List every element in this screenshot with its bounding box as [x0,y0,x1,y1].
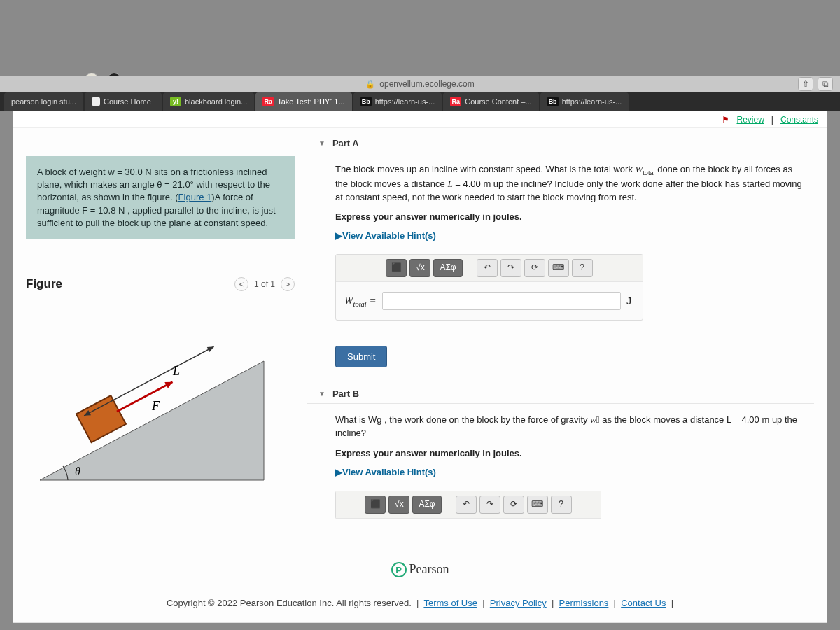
part-a-title: Part A [332,138,359,148]
tab-label: https://learn-us-... [375,97,435,106]
lock-icon: 🔒 [365,80,375,89]
part-a-question: The block moves up an incline with const… [335,163,807,204]
pager-text: 1 of 1 [254,279,275,289]
answer-row-a: Wtotal = J [336,282,643,320]
collapse-icon: ▼ [318,139,326,147]
svg-marker-0 [40,361,264,480]
assignment-top-bar: ⚑ Review | Constants [13,111,827,128]
help-button[interactable]: ? [551,496,572,514]
part-a-answer-box: ⬛ √x ΑΣφ ↶ ↷ ⟳ ⌨ ? Wtotal = J [335,254,643,321]
tab-course-content[interactable]: Ra Course Content –... [443,92,538,111]
copyright-text: Copyright © 2022 Pearson Education Inc. … [167,598,412,608]
review-link[interactable]: Review [736,115,764,125]
footer-link-permissions[interactable]: Permissions [559,598,609,608]
part-a-hints-link[interactable]: View Available Hint(s) [335,230,436,243]
part-a-body: The block moves up an incline with const… [307,153,814,335]
tab-learn-us-1[interactable]: Bb https://learn-us-... [354,92,442,111]
keyboard-button[interactable]: ⌨ [527,496,548,514]
reset-button[interactable]: ⟳ [524,259,545,277]
greek-button[interactable]: ΑΣφ [433,259,462,277]
part-b-instruction: Express your answer numerically in joule… [335,447,807,461]
reset-button[interactable]: ⟳ [503,496,524,514]
part-b-answer-box: ⬛ √x ΑΣφ ↶ ↷ ⟳ ⌨ ? [335,491,601,519]
answer-toolbar-a: ⬛ √x ΑΣφ ↶ ↷ ⟳ ⌨ ? [336,255,643,282]
svg-line-2 [117,382,172,412]
blackboard-icon: Bb [547,97,559,106]
left-column: A block of weight w = 30.0 N sits on a f… [13,128,307,583]
tab-label: blackboard login... [185,97,247,106]
share-icon[interactable]: ⇧ [798,77,813,91]
label-F: F [151,399,160,413]
yahoo-icon: y! [170,97,181,106]
next-figure-button[interactable]: > [281,277,295,291]
ra-icon: Ra [450,97,461,106]
redo-button[interactable]: ↷ [479,496,500,514]
footer: Copyright © 2022 Pearson Education Inc. … [13,582,827,622]
part-a-instruction: Express your answer numerically in joule… [335,211,807,224]
undo-button[interactable]: ↶ [477,259,498,277]
answer-toolbar-b: ⬛ √x ΑΣφ ↶ ↷ ⟳ ⌨ ? [336,491,601,519]
tab-label: https://learn-us-... [562,97,622,106]
answer-label-a: Wtotal = [344,293,377,309]
undo-button[interactable]: ↶ [456,496,477,514]
tab-course-home[interactable]: Course Home [85,92,162,111]
doc-icon [92,97,100,106]
tab-label: Course Content –... [465,97,531,106]
answer-input-a[interactable] [382,292,621,310]
greek-button[interactable]: ΑΣφ [412,496,441,514]
keyboard-button[interactable]: ⌨ [548,259,569,277]
templates-button[interactable]: ⬛ [365,496,386,514]
collapse-icon: ▼ [318,390,326,398]
prev-figure-button[interactable]: < [234,277,248,291]
ra-icon: Ra [262,97,274,106]
page-content: ⚑ Review | Constants A block of weight w… [13,111,827,623]
figure-pager: < 1 of 1 > [234,277,295,291]
tab-label: pearson login stu... [11,97,76,106]
tab-take-test[interactable]: Ra Take Test: PHY11... [255,92,351,111]
svg-marker-5 [207,344,216,352]
url-text: openvellum.ecollege.com [379,79,474,89]
figure-title: Figure [26,277,62,291]
sqrt-button[interactable]: √x [388,496,410,514]
submit-button-a[interactable]: Submit [335,346,387,368]
pearson-logo-icon: P [391,562,407,578]
templates-button[interactable]: ⬛ [386,259,407,277]
brand-text: Pearson [410,562,449,576]
constants-link[interactable]: Constants [780,115,818,125]
tab-pearson-login[interactable]: pearson login stu... [4,92,83,111]
help-button[interactable]: ? [572,259,593,277]
tab-blackboard-login[interactable]: y! blackboard login... [163,92,254,111]
figure-link[interactable]: Figure 1 [178,192,212,202]
flag-icon[interactable]: ⚑ [722,115,729,125]
pearson-brand: PPearson [13,562,827,578]
figure-header: Figure < 1 of 1 > [26,274,295,298]
label-theta: θ [75,465,80,477]
divider: | [771,115,774,125]
footer-link-privacy[interactable]: Privacy Policy [490,598,547,608]
tab-label: Take Test: PHY11... [277,97,344,106]
browser-action-buttons: ⇧ ⧉ [798,76,833,92]
tab-strip: pearson login stu... Course Home y! blac… [0,92,840,111]
figure-diagram: L F θ [26,305,295,489]
redo-button[interactable]: ↷ [500,259,522,277]
label-L: L [172,364,180,378]
svg-marker-3 [164,379,174,388]
answer-unit-a: J [626,294,634,308]
tab-label: Course Home [104,97,151,106]
part-b-title: Part B [332,388,359,399]
tab-learn-us-2[interactable]: Bb https://learn-us-... [540,92,629,111]
sqrt-button[interactable]: √x [410,259,430,277]
right-column: ▼ Part A The block moves up an incline w… [307,128,827,583]
footer-link-terms[interactable]: Terms of Use [424,598,477,608]
part-b-question: What is Wg , the work done on the block … [335,414,807,440]
blackboard-icon: Bb [360,97,372,106]
footer-link-contact[interactable]: Contact Us [621,598,666,608]
part-a-header[interactable]: ▼ Part A [307,134,814,153]
new-tab-icon[interactable]: ⧉ [818,77,833,91]
part-b-hints-link[interactable]: View Available Hint(s) [335,466,436,479]
problem-statement: A block of weight w = 30.0 N sits on a f… [26,156,295,239]
part-b-body: What is Wg , the work done on the block … [307,404,814,533]
svg-rect-1 [76,396,126,442]
address-bar[interactable]: 🔒 openvellum.ecollege.com [0,76,840,92]
part-b-header[interactable]: ▼ Part B [307,384,814,404]
